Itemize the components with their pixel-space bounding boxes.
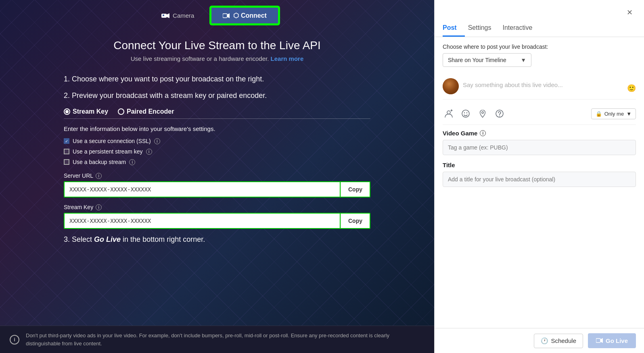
- comment-placeholder[interactable]: Say something about this live video...: [463, 78, 623, 88]
- enter-info-text: Enter the information below into your so…: [64, 125, 370, 132]
- chevron-down-icon: ▼: [521, 57, 526, 63]
- stream-key-tab[interactable]: Stream Key: [64, 108, 108, 115]
- server-url-group: Server URL i Copy: [64, 172, 370, 197]
- ssl-label: Use a secure connection (SSL): [73, 138, 151, 144]
- persistent-info-icon[interactable]: i: [146, 149, 152, 155]
- ssl-checkbox[interactable]: [64, 138, 69, 144]
- avatar-image: [443, 78, 459, 94]
- backup-checkbox[interactable]: [64, 159, 69, 165]
- subtitle-text: Use live streaming software or a hardwar…: [131, 55, 269, 62]
- svg-point-9: [464, 112, 465, 113]
- encoder-tabs: Stream Key Paired Encoder: [64, 108, 370, 115]
- backup-checkbox-label[interactable]: Use a backup stream i: [64, 159, 370, 165]
- go-live-emphasis: Go Live: [94, 235, 121, 243]
- stream-key-group: Stream Key i Copy: [64, 204, 370, 229]
- stream-key-info-icon[interactable]: i: [96, 204, 102, 210]
- tab-divider: [64, 118, 370, 119]
- svg-rect-2: [163, 15, 164, 16]
- schedule-button[interactable]: 🕐 Schedule: [534, 334, 583, 348]
- go-live-button[interactable]: Go Live: [588, 333, 636, 348]
- tab-settings[interactable]: Settings: [468, 20, 500, 37]
- camera-label: Camera: [173, 12, 194, 19]
- connect-icon: [223, 13, 230, 18]
- paired-encoder-tab[interactable]: Paired Encoder: [118, 108, 174, 115]
- action-bar: 🔒 Only me ▼: [443, 104, 636, 125]
- paired-encoder-label: Paired Encoder: [127, 108, 174, 115]
- avatar: [443, 78, 459, 94]
- page-title: Connect Your Live Stream to the Live API: [113, 39, 321, 52]
- svg-point-11: [482, 112, 484, 114]
- feeling-icon[interactable]: [460, 108, 472, 120]
- clock-icon: 🕐: [541, 337, 548, 345]
- server-url-input[interactable]: [65, 182, 341, 197]
- lock-icon: 🔒: [596, 111, 602, 117]
- step-2: 2. Preview your broadcast with a stream …: [64, 91, 370, 100]
- share-dropdown-label: Share on Your Timeline: [448, 57, 506, 63]
- right-header: ✕: [435, 0, 644, 19]
- camera-button[interactable]: Camera: [155, 9, 201, 22]
- learn-more-link[interactable]: Learn more: [271, 55, 304, 62]
- ssl-info-icon[interactable]: i: [154, 138, 160, 144]
- tab-interactive[interactable]: Interactive: [502, 20, 540, 37]
- step3-prefix: 3. Select: [64, 235, 92, 243]
- privacy-label: Only me: [604, 111, 624, 117]
- checkbox-group: Use a secure connection (SSL) i Use a pe…: [64, 138, 370, 165]
- stream-key-label: Stream Key: [73, 108, 108, 115]
- connect-label: ⬡ Connect: [233, 12, 266, 19]
- page-subtitle: Use live streaming software or a hardwar…: [131, 55, 304, 62]
- stream-key-radio[interactable]: [64, 108, 70, 115]
- copy-server-url-button[interactable]: Copy: [341, 182, 370, 197]
- bottom-bar: i Don't put third-party video ads in you…: [0, 326, 434, 353]
- golive-icon: [596, 338, 603, 344]
- persistent-checkbox[interactable]: [64, 149, 69, 154]
- svg-point-13: [499, 116, 500, 116]
- title-section: Title: [443, 162, 636, 187]
- choose-where-label: Choose where to post your live broadcast…: [443, 44, 636, 50]
- video-game-section: Video Game i: [443, 130, 636, 155]
- svg-marker-1: [167, 13, 169, 18]
- step-3: 3. Select Go Live in the bottom right co…: [64, 235, 370, 244]
- server-url-info-icon[interactable]: i: [96, 173, 102, 179]
- right-footer: 🕐 Schedule Go Live: [435, 328, 644, 353]
- persistent-checkbox-label[interactable]: Use a persistent stream key i: [64, 148, 370, 155]
- support-icon[interactable]: [493, 108, 506, 120]
- top-nav: Camera ⬡ Connect: [0, 0, 434, 31]
- svg-rect-14: [596, 338, 600, 343]
- right-body: Choose where to post your live broadcast…: [435, 37, 644, 328]
- connect-button[interactable]: ⬡ Connect: [210, 6, 279, 25]
- tabs-row: Post Settings Interactive: [435, 20, 644, 37]
- share-dropdown[interactable]: Share on Your Timeline ▼: [443, 53, 531, 67]
- schedule-label: Schedule: [551, 337, 576, 344]
- step-1: 1. Choose where you want to post your br…: [64, 75, 370, 83]
- stream-key-field-row: Copy: [64, 213, 370, 229]
- privacy-button[interactable]: 🔒 Only me ▼: [591, 108, 636, 119]
- svg-marker-15: [600, 338, 603, 343]
- video-game-label: Video Game i: [443, 130, 636, 137]
- svg-point-10: [466, 112, 467, 113]
- svg-point-8: [462, 110, 469, 117]
- paired-encoder-radio[interactable]: [118, 108, 124, 115]
- ssl-checkbox-label[interactable]: Use a secure connection (SSL) i: [64, 138, 370, 144]
- location-icon[interactable]: [477, 108, 489, 120]
- tag-people-icon[interactable]: [443, 108, 455, 120]
- close-button[interactable]: ✕: [623, 6, 636, 19]
- video-game-input[interactable]: [443, 140, 636, 155]
- svg-rect-3: [223, 14, 227, 18]
- title-input[interactable]: [443, 172, 636, 187]
- bottom-info-text: Don't put third-party video ads in your …: [26, 332, 424, 347]
- tab-post[interactable]: Post: [443, 20, 465, 37]
- copy-stream-key-button[interactable]: Copy: [341, 214, 370, 228]
- go-live-label: Go Live: [606, 337, 628, 344]
- title-label: Title: [443, 162, 636, 168]
- persistent-label: Use a persistent stream key: [73, 148, 143, 155]
- right-panel: ✕ Post Settings Interactive Choose where…: [434, 0, 644, 353]
- emoji-icon[interactable]: 🙂: [627, 84, 636, 93]
- backup-info-icon[interactable]: i: [129, 159, 135, 165]
- stream-key-input[interactable]: [65, 214, 341, 228]
- video-game-info-icon[interactable]: i: [480, 130, 486, 136]
- privacy-chevron-icon: ▼: [626, 111, 631, 117]
- backup-label: Use a backup stream: [73, 159, 126, 165]
- stream-key-field-label: Stream Key i: [64, 204, 370, 210]
- steps-list: 1. Choose where you want to post your br…: [64, 75, 370, 244]
- svg-marker-4: [227, 13, 230, 18]
